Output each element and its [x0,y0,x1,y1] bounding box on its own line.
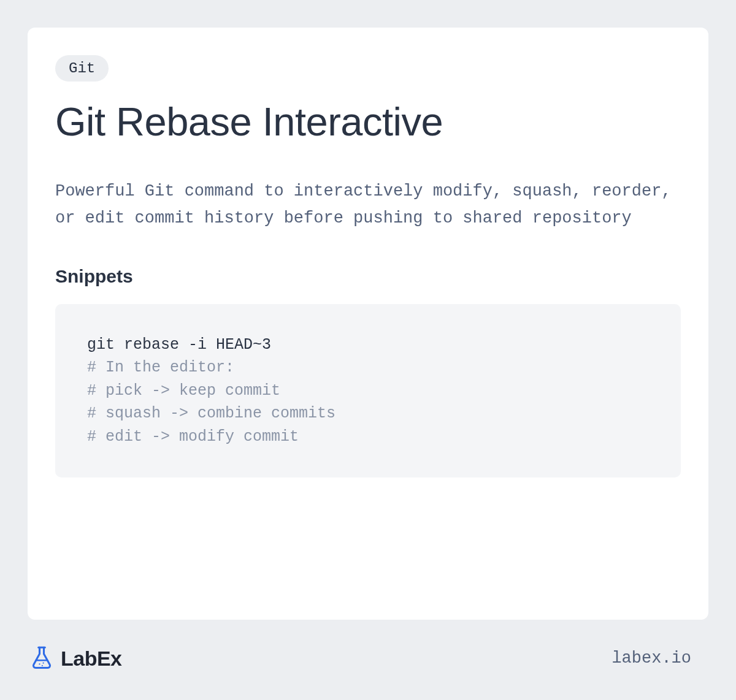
snippet-comment: # squash -> combine commits [87,402,649,425]
snippet-comment: # In the editor: [87,356,649,379]
snippet-comment: # pick -> keep commit [87,379,649,403]
code-snippet-block: git rebase -i HEAD~3 # In the editor: # … [55,304,681,478]
description-text: Powerful Git command to interactively mo… [55,178,681,232]
logo-text: LabEx [61,647,122,671]
footer: LabEx labex.io [28,620,708,672]
snippets-heading: Snippets [55,266,681,287]
snippet-command: git rebase -i HEAD~3 [87,333,649,357]
svg-point-2 [42,665,43,666]
content-card: Git Git Rebase Interactive Powerful Git … [28,28,708,620]
logo: LabEx [29,644,122,672]
svg-point-1 [43,663,44,664]
footer-url: labex.io [611,649,691,668]
topic-tag: Git [55,55,109,82]
page-title: Git Rebase Interactive [55,100,681,144]
svg-point-0 [39,663,40,664]
flask-icon [29,644,55,672]
snippet-comment: # edit -> modify commit [87,425,649,449]
